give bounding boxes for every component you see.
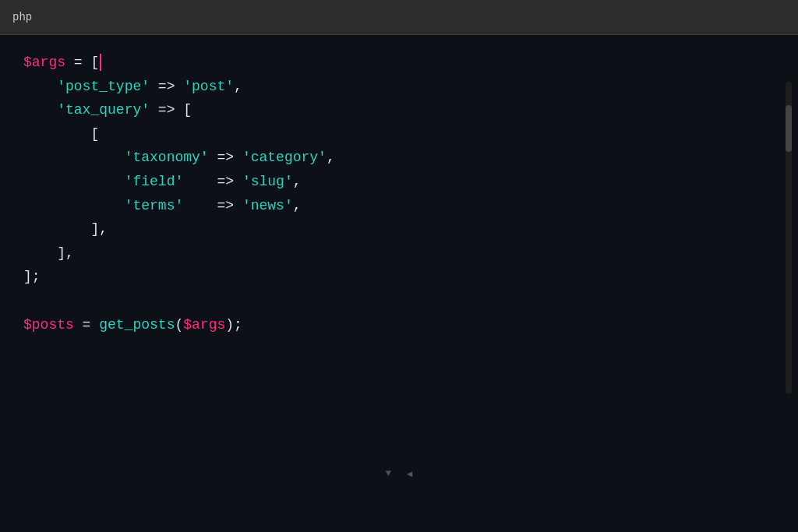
- scroll-left-icon: ◀: [407, 468, 412, 480]
- key-terms: 'terms': [125, 198, 184, 213]
- code-line-9: ],: [23, 241, 775, 266]
- code-line-3: 'tax_query' => [: [23, 98, 775, 122]
- func-get-posts: get_posts: [99, 317, 175, 333]
- code-line-11: $posts = get_posts($args);: [23, 313, 775, 337]
- val-slug: 'slug': [242, 174, 293, 189]
- code-line-empty: [23, 289, 775, 313]
- code-line-7: 'terms' => 'news',: [23, 194, 775, 218]
- title-bar: php: [0, 0, 798, 35]
- val-news: 'news': [242, 198, 293, 213]
- code-container: $args = [ 'post_type' => 'post', 'tax_qu…: [0, 35, 798, 532]
- code-block: $args = [ 'post_type' => 'post', 'tax_qu…: [0, 51, 798, 336]
- code-line-1: $args = [: [23, 51, 775, 75]
- code-line-5: 'taxonomy' => 'category',: [23, 146, 775, 170]
- right-scrollbar[interactable]: [786, 82, 792, 393]
- var-args-ref: $args: [183, 317, 225, 333]
- val-post: 'post': [183, 79, 234, 94]
- scroll-indicators: ▼ ◀: [0, 462, 798, 485]
- key-taxonomy: 'taxonomy': [125, 150, 209, 165]
- code-line-2: 'post_type' => 'post',: [23, 75, 775, 99]
- language-label: php: [12, 11, 32, 23]
- val-category: 'category': [242, 150, 327, 165]
- code-line-4: [: [23, 122, 775, 146]
- code-line-10: ];: [23, 265, 775, 289]
- code-line-6: 'field' => 'slug',: [23, 170, 775, 194]
- code-line-8: ],: [23, 217, 775, 241]
- scroll-down-icon: ▼: [386, 468, 391, 479]
- key-post-type: 'post_type': [57, 79, 150, 94]
- var-args: $args: [23, 55, 65, 70]
- key-field: 'field': [125, 174, 184, 189]
- key-tax-query: 'tax_query': [57, 102, 150, 118]
- scrollbar-thumb[interactable]: [786, 105, 792, 152]
- var-posts: $posts: [23, 317, 74, 333]
- cursor: [100, 54, 101, 71]
